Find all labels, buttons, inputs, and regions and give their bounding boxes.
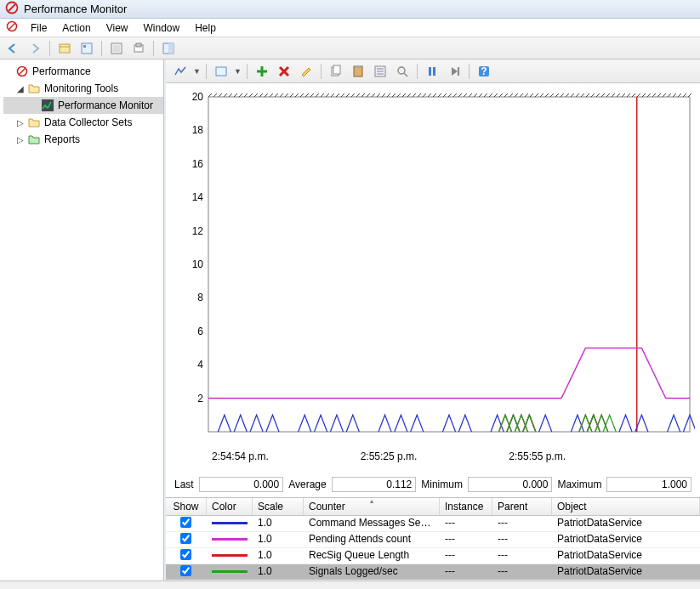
column-show[interactable]: Show	[166, 498, 207, 515]
svg-line-33	[208, 93, 212, 97]
back-button[interactable]	[3, 39, 22, 58]
svg-line-50	[295, 93, 299, 97]
tree-performance-monitor[interactable]: Performance Monitor	[3, 97, 163, 114]
column-instance[interactable]: Instance	[440, 498, 492, 515]
paste-button[interactable]	[349, 62, 367, 81]
performance-icon	[15, 65, 29, 78]
chart-area: 2468101214161820 2:54:54 p.m. 2:55:25 p.…	[166, 83, 700, 470]
svg-line-43	[259, 93, 263, 97]
tree-reports[interactable]: ▷ Reports	[3, 131, 163, 148]
counter-row[interactable]: 1.0Pending Attends count------PatriotDat…	[166, 532, 700, 548]
svg-text:14: 14	[192, 191, 204, 203]
scale-value: 1.0	[253, 548, 304, 564]
delete-counter-button[interactable]	[275, 62, 293, 81]
svg-line-125	[678, 93, 681, 97]
show-checkbox[interactable]	[180, 517, 191, 528]
add-counter-button[interactable]	[253, 62, 271, 81]
svg-rect-15	[42, 99, 54, 111]
properties-button[interactable]	[371, 62, 390, 81]
main-toolbar	[0, 37, 700, 59]
tree-monitoring-tools[interactable]: ◢ Monitoring Tools	[3, 80, 163, 97]
svg-line-81	[453, 93, 457, 97]
expand-icon[interactable]: ▷	[15, 135, 26, 144]
menu-action[interactable]: Action	[55, 20, 97, 36]
column-object[interactable]: Object	[552, 498, 700, 515]
svg-line-1	[9, 4, 15, 11]
toolbar-separator	[247, 64, 248, 79]
tree-root-performance[interactable]: Performance	[3, 63, 163, 80]
svg-line-89	[494, 93, 498, 97]
show-checkbox[interactable]	[180, 549, 191, 560]
svg-line-102	[561, 93, 564, 97]
menu-window[interactable]: Window	[137, 20, 187, 36]
copy-button[interactable]	[327, 62, 345, 81]
svg-rect-5	[82, 43, 92, 54]
forward-button[interactable]	[26, 39, 44, 58]
svg-line-82	[458, 93, 462, 97]
svg-rect-6	[83, 45, 86, 48]
menu-view[interactable]: View	[100, 20, 135, 36]
tree-label: Reports	[44, 133, 80, 145]
svg-line-41	[249, 93, 253, 97]
color-swatch	[212, 570, 248, 573]
view-histogram-button[interactable]	[212, 62, 230, 81]
counter-row[interactable]: 1.0RecSig Queue Length------PatriotDataS…	[166, 548, 700, 564]
column-parent[interactable]: Parent	[492, 498, 552, 515]
show-checkbox[interactable]	[180, 533, 191, 544]
freeze-button[interactable]	[423, 62, 441, 81]
highlight-button[interactable]	[297, 62, 316, 81]
zoom-button[interactable]	[393, 62, 412, 81]
maximum-value: 1.000	[606, 477, 691, 492]
dropdown-arrow-icon[interactable]: ▼	[234, 67, 242, 76]
svg-line-87	[484, 93, 487, 97]
svg-line-88	[489, 93, 492, 97]
svg-line-77	[433, 93, 436, 97]
show-checkbox[interactable]	[180, 565, 191, 576]
refresh-button[interactable]	[107, 39, 126, 58]
menu-help[interactable]: Help	[188, 20, 223, 36]
svg-line-68	[387, 93, 390, 97]
svg-line-111	[606, 93, 610, 97]
help-button[interactable]: ?	[475, 62, 493, 81]
svg-line-115	[627, 93, 630, 97]
counter-row[interactable]: 1.0Signals Logged/sec------PatriotDataSe…	[166, 564, 700, 581]
app-icon-small	[5, 20, 19, 36]
folder-icon	[27, 82, 41, 95]
svg-line-92	[509, 93, 513, 97]
svg-line-52	[305, 93, 309, 97]
counter-row[interactable]: 1.0Command Messages Sen...------PatriotD…	[166, 516, 700, 532]
svg-text:18: 18	[192, 124, 204, 136]
help-button[interactable]	[159, 39, 178, 58]
dropdown-arrow-icon[interactable]: ▼	[193, 67, 201, 76]
parent-value: ---	[492, 516, 552, 531]
column-counter[interactable]: Counter	[304, 498, 440, 515]
parent-value: ---	[492, 548, 552, 564]
svg-text:2: 2	[197, 393, 203, 405]
svg-line-55	[321, 93, 324, 97]
svg-line-123	[668, 93, 671, 97]
column-scale[interactable]: Scale	[253, 498, 304, 515]
collapse-icon[interactable]: ◢	[15, 84, 26, 93]
content-pane: ▼ ▼ ? 2468101214161820 2:54:54 p.m. 2:55…	[164, 59, 700, 581]
svg-text:?: ?	[481, 65, 487, 77]
svg-line-51	[300, 93, 304, 97]
show-hide-tree-button[interactable]	[55, 39, 74, 58]
svg-line-105	[576, 93, 579, 97]
tree-data-collector-sets[interactable]: ▷ Data Collector Sets	[3, 114, 163, 131]
svg-line-60	[346, 93, 350, 97]
svg-line-73	[413, 93, 416, 97]
svg-line-85	[474, 93, 477, 97]
svg-line-36	[224, 93, 227, 97]
properties-button[interactable]	[77, 39, 96, 58]
svg-line-71	[402, 93, 406, 97]
menu-file[interactable]: File	[24, 20, 54, 36]
svg-line-96	[530, 93, 533, 97]
x-label: 2:54:54 p.m.	[212, 450, 269, 462]
view-graph-button[interactable]	[171, 62, 190, 81]
update-button[interactable]	[445, 62, 464, 81]
export-button[interactable]	[129, 39, 148, 58]
counter-name: Signals Logged/sec	[304, 564, 440, 580]
svg-rect-16	[216, 67, 226, 76]
column-color[interactable]: Color	[207, 498, 253, 515]
expand-icon[interactable]: ▷	[15, 118, 26, 127]
